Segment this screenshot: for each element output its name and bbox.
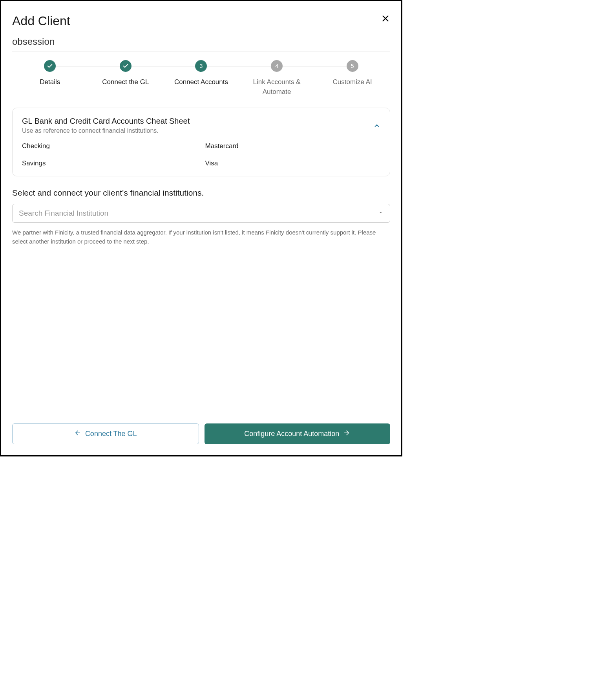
close-icon[interactable] (381, 14, 390, 23)
step-link-accounts[interactable]: 4 Link Accounts & Automate (239, 60, 315, 97)
cheat-sheet-subtitle: Use as reference to connect financial in… (22, 127, 190, 134)
helper-text: We partner with Finicity, a trusted fina… (12, 228, 390, 246)
step-details[interactable]: Details (12, 60, 88, 87)
cheat-sheet-title: GL Bank and Credit Card Accounts Cheat S… (22, 117, 190, 126)
stepper: Details Connect the GL 3 Connect Account… (12, 60, 390, 97)
account-item: Mastercard (205, 142, 381, 150)
step-label: Details (40, 77, 60, 87)
chevron-up-icon[interactable] (373, 117, 380, 131)
step-label: Connect Accounts (174, 77, 228, 87)
search-placeholder: Search Financial Institution (19, 209, 108, 218)
step-customize-ai[interactable]: 5 Customize AI (314, 60, 390, 87)
step-circle-pending: 5 (347, 60, 358, 72)
step-circle-active: 3 (195, 60, 207, 72)
accounts-grid: Checking Mastercard Savings Visa (22, 142, 380, 167)
client-name: obsession (12, 36, 390, 51)
search-institution-select[interactable]: Search Financial Institution (12, 204, 390, 223)
step-label: Link Accounts & Automate (239, 77, 315, 97)
cheat-sheet-panel: GL Bank and Credit Card Accounts Cheat S… (12, 108, 390, 176)
connect-heading: Select and connect your client's financi… (12, 188, 390, 198)
step-label: Customize AI (333, 77, 372, 87)
step-label: Connect the GL (102, 77, 149, 87)
arrow-right-icon (343, 429, 350, 438)
arrow-left-icon (74, 429, 81, 438)
add-client-modal: Add Client obsession Details Connect the… (0, 0, 402, 456)
next-button[interactable]: Configure Account Automation (205, 423, 391, 444)
modal-title: Add Client (12, 14, 70, 28)
back-button[interactable]: Connect The GL (12, 423, 199, 444)
account-item: Checking (22, 142, 197, 150)
step-circle-done (44, 60, 56, 72)
next-button-label: Configure Account Automation (244, 430, 339, 438)
caret-down-icon (378, 210, 384, 217)
back-button-label: Connect The GL (85, 430, 137, 438)
modal-header: Add Client (12, 14, 390, 28)
footer: Connect The GL Configure Account Automat… (12, 423, 390, 444)
step-connect-gl[interactable]: Connect the GL (88, 60, 164, 87)
account-item: Visa (205, 159, 381, 167)
step-circle-pending: 4 (271, 60, 283, 72)
step-circle-done (120, 60, 131, 72)
account-item: Savings (22, 159, 197, 167)
cheat-sheet-header: GL Bank and Credit Card Accounts Cheat S… (22, 117, 380, 142)
step-connect-accounts[interactable]: 3 Connect Accounts (163, 60, 239, 87)
